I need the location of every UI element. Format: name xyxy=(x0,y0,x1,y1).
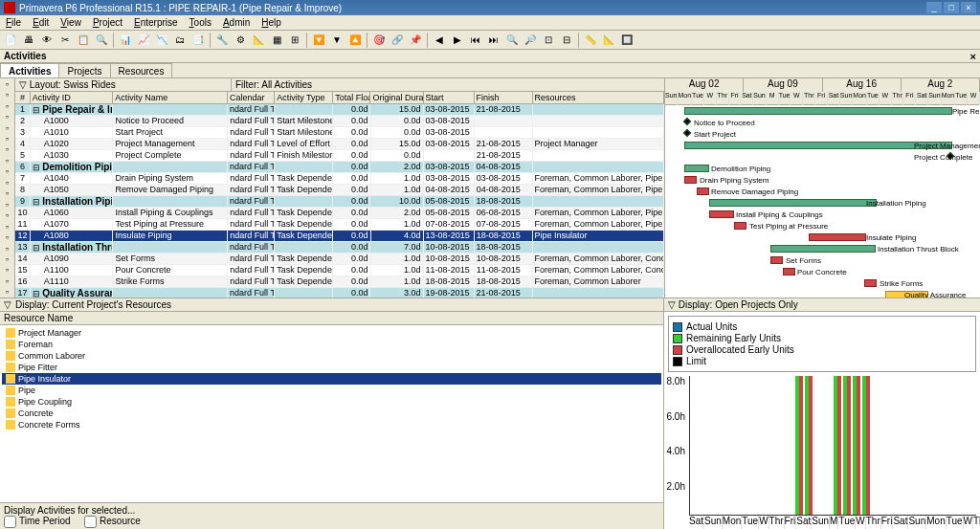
gantt-bar[interactable] xyxy=(770,256,783,264)
toolbar-button[interactable]: 📋 xyxy=(75,32,92,49)
menu-project[interactable]: Project xyxy=(87,15,128,30)
gantt-bar[interactable] xyxy=(864,279,877,287)
resource-checkbox[interactable]: Resource xyxy=(84,516,141,526)
column-header[interactable]: Calendar xyxy=(228,92,275,103)
gantt-bar[interactable] xyxy=(697,187,709,195)
table-row[interactable]: 14A1090Set Formsndard Full TimeTask Depe… xyxy=(15,253,664,265)
toolbar-button[interactable]: 🔽 xyxy=(310,32,327,49)
chevron-down-icon[interactable]: ▽ xyxy=(668,299,676,310)
column-header[interactable]: Finish xyxy=(475,92,533,103)
table-row[interactable]: 8A1050Remove Damaged Pipingndard Full Ti… xyxy=(15,185,664,196)
time-period-checkbox[interactable]: Time Period xyxy=(4,516,71,526)
minimize-button[interactable]: _ xyxy=(926,2,942,13)
toolbar-button[interactable]: 🔲 xyxy=(618,32,635,49)
tab-activities[interactable]: Activities xyxy=(0,63,59,77)
table-row[interactable]: 6⊟ Demolition Pipingndard Full Time0.0d2… xyxy=(15,162,664,173)
column-header[interactable]: Total Float xyxy=(333,92,370,103)
table-row[interactable]: 1⊟ Pipe Repair & Improvendard Full Time0… xyxy=(15,104,664,116)
column-header[interactable]: Start xyxy=(424,92,475,103)
table-row[interactable]: 16A1110Strike Formsndard Full TimeTask D… xyxy=(15,276,664,288)
toolbar-button[interactable]: ⊟ xyxy=(558,32,575,49)
resource-item[interactable]: Concrete Forms xyxy=(2,419,661,430)
toolbar-button[interactable]: ⊞ xyxy=(286,32,303,49)
toolbar-button[interactable]: ▶ xyxy=(449,32,466,49)
toolbar-button[interactable]: ✂ xyxy=(56,32,74,49)
toolbar-button[interactable]: 📄 xyxy=(2,32,19,49)
gantt-bar[interactable] xyxy=(709,210,734,218)
resource-item[interactable]: Pipe xyxy=(2,385,661,396)
tab-resources[interactable]: Resources xyxy=(110,63,173,77)
gantt-bar[interactable] xyxy=(684,176,697,184)
panel-close-icon[interactable]: × xyxy=(970,51,976,62)
toolbar-button[interactable]: 🔍 xyxy=(93,32,110,49)
resource-item[interactable]: Pipe Insulator xyxy=(2,373,661,385)
chevron-down-icon[interactable]: ▽ xyxy=(4,299,11,310)
table-row[interactable]: 11A1070Test Piping at Pressurendard Full… xyxy=(15,219,664,231)
gantt-bar[interactable] xyxy=(709,199,877,207)
gantt-bar[interactable] xyxy=(783,268,795,276)
column-header[interactable]: Activity Type xyxy=(275,92,333,103)
toolbar-button[interactable]: ◀ xyxy=(431,32,448,49)
menu-admin[interactable]: Admin xyxy=(217,15,256,30)
toolbar-button[interactable]: ⏮ xyxy=(467,32,484,49)
toolbar-button[interactable]: 🔍 xyxy=(503,32,521,49)
toolbar-button[interactable]: 🔼 xyxy=(346,32,364,49)
menu-file[interactable]: File xyxy=(0,15,27,30)
toolbar-button[interactable]: ▦ xyxy=(268,32,285,49)
table-row[interactable]: 2A1000Notice to Proceedndard Full TimeSt… xyxy=(15,116,664,127)
toolbar-button[interactable]: 👁 xyxy=(38,32,56,49)
resource-item[interactable]: Project Manager xyxy=(2,327,661,339)
table-row[interactable]: 4A1020Project Managementndard Full TimeL… xyxy=(15,139,664,150)
toolbar-button[interactable]: 📑 xyxy=(189,32,207,49)
gantt-bar[interactable] xyxy=(770,245,876,253)
toolbar-button[interactable]: 🎯 xyxy=(370,32,388,49)
resource-column-header[interactable]: Resource Name xyxy=(4,313,73,323)
column-header[interactable]: Activity Name xyxy=(113,92,228,103)
column-header[interactable]: Activity ID xyxy=(31,92,113,103)
gantt-bar[interactable] xyxy=(683,129,691,137)
column-header[interactable]: Original Duration xyxy=(370,92,423,103)
toolbar-button[interactable]: 📏 xyxy=(582,32,599,49)
menu-help[interactable]: Help xyxy=(256,15,287,30)
resource-item[interactable]: Pipe Coupling xyxy=(2,396,661,408)
gantt-bar[interactable] xyxy=(683,118,691,125)
toolbar-button[interactable]: 📊 xyxy=(117,32,134,49)
resource-item[interactable]: Concrete xyxy=(2,408,661,419)
grid-body[interactable]: 1⊟ Pipe Repair & Improvendard Full Time0… xyxy=(15,104,664,298)
resource-item[interactable]: Common Laborer xyxy=(2,350,661,362)
maximize-button[interactable]: □ xyxy=(944,2,959,13)
table-row[interactable]: 5A1030Project Completendard Full TimeFin… xyxy=(15,150,664,162)
tab-projects[interactable]: Projects xyxy=(58,63,110,77)
toolbar-button[interactable]: ⊡ xyxy=(540,32,557,49)
toolbar-button[interactable]: ▼ xyxy=(328,32,345,49)
resource-item[interactable]: Pipe Fitter xyxy=(2,362,661,373)
toolbar-button[interactable]: ⚙ xyxy=(232,32,249,49)
gantt-bar[interactable] xyxy=(684,107,952,115)
close-button[interactable]: × xyxy=(961,2,976,13)
gantt-bar[interactable] xyxy=(809,233,866,241)
table-row[interactable]: 7A1040Drain Piping Systemndard Full Time… xyxy=(15,173,664,185)
toolbar-button[interactable]: 🔎 xyxy=(522,32,539,49)
menu-tools[interactable]: Tools xyxy=(184,15,217,30)
resource-item[interactable]: Foreman xyxy=(2,339,661,350)
gantt-bar[interactable] xyxy=(734,222,746,230)
toolbar-button[interactable]: 📐 xyxy=(250,32,267,49)
column-header[interactable]: Resources xyxy=(533,92,664,103)
menu-view[interactable]: View xyxy=(55,15,87,30)
table-row[interactable]: 12A1080Insulate Pipingndard Full TimeTas… xyxy=(15,231,664,242)
gantt-chart[interactable]: Aug 02Aug 09Aug 16Aug 2 SunMonTueWThrFri… xyxy=(664,78,980,298)
toolbar-button[interactable]: 🔗 xyxy=(389,32,406,49)
toolbar-button[interactable]: 🔧 xyxy=(213,32,231,49)
toolbar-button[interactable]: 📌 xyxy=(407,32,424,49)
toolbar-button[interactable]: 📉 xyxy=(153,32,170,49)
layout-dropdown[interactable]: ▽ Layout: Swiss Rides xyxy=(19,79,116,90)
menu-edit[interactable]: Edit xyxy=(27,15,55,30)
toolbar-button[interactable]: 🖶 xyxy=(20,32,37,49)
toolbar-button[interactable]: 📐 xyxy=(600,32,617,49)
gantt-bar[interactable] xyxy=(684,142,952,149)
table-row[interactable]: 17⊟ Quality Assurancendard Full Time0.0d… xyxy=(15,288,664,298)
toolbar-button[interactable]: 📈 xyxy=(135,32,152,49)
table-row[interactable]: 9⊟ Installation Pipingndard Full Time0.0… xyxy=(15,196,664,208)
table-row[interactable]: 3A1010Start Projectndard Full TimeStart … xyxy=(15,127,664,139)
toolbar-button[interactable]: ⏭ xyxy=(485,32,502,49)
